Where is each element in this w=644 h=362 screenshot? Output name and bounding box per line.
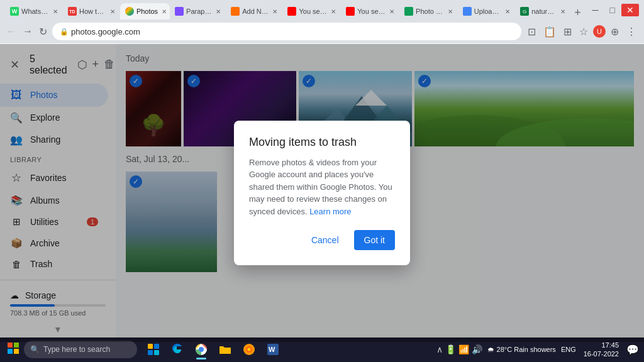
tab-label-photos: Photos (136, 8, 158, 15)
minimize-button[interactable]: ─ (587, 4, 604, 16)
svg-rect-13 (154, 350, 159, 355)
dialog-title: Moving items to trash (249, 136, 395, 149)
tab-close-td[interactable]: ✕ (110, 8, 115, 15)
extensions-icon[interactable]: ⊕ (608, 25, 621, 39)
browser-titlebar: W WhatsA... ✕ TD How to ... ✕ Photos ✕ P… (0, 0, 644, 19)
clock[interactable]: 17:45 16-07-2022 (581, 339, 621, 360)
date-display: 16-07-2022 (584, 349, 619, 358)
windows-logo (8, 343, 19, 354)
edge-icon (170, 343, 184, 356)
tab-label-add: Add Ne... (242, 8, 269, 15)
url-input[interactable]: 🔒 photos.google.com (52, 23, 521, 40)
tab-photoedit[interactable]: Photo E... ✕ (399, 3, 458, 19)
url-text: photos.google.com (71, 27, 140, 36)
taskbar-search-bar[interactable]: 🔍 Type here to search (24, 341, 137, 358)
modal-overlay: Moving items to trash Remove photos & vi… (0, 44, 644, 342)
tab-yt2[interactable]: You sea... ✕ (341, 3, 399, 19)
tab-favicon-nature: G (520, 7, 529, 16)
tab-favicon-add (231, 7, 240, 16)
cancel-button[interactable]: Cancel (301, 230, 349, 250)
tab-bar: W WhatsA... ✕ TD How to ... ✕ Photos ✕ P… (5, 0, 585, 19)
firefox-icon (242, 343, 256, 356)
new-tab-button[interactable]: + (570, 6, 584, 19)
menu-icon[interactable]: ⋮ (624, 25, 639, 39)
tab-favicon-photos (125, 7, 134, 16)
system-tray: ∧ 🔋 📶 🔊 (436, 344, 482, 354)
tab-upload[interactable]: Upload ... ✕ (458, 3, 515, 19)
tab-favicon-photoedit (404, 7, 413, 16)
tab-label-photoedit: Photo E... (416, 8, 444, 15)
dialog-actions: Cancel Got it (249, 230, 395, 250)
tab-label-td: How to ... (79, 8, 106, 15)
maximize-button[interactable]: □ (605, 4, 620, 16)
tab-close-add[interactable]: ✕ (272, 8, 277, 15)
svg-rect-10 (148, 344, 153, 349)
start-button[interactable] (5, 340, 21, 359)
browser-frame: W WhatsA... ✕ TD How to ... ✕ Photos ✕ P… (0, 0, 644, 362)
tab-label-nature: nature ... (531, 8, 557, 15)
tab-label-yt2: You sea... (357, 8, 386, 15)
svg-rect-8 (8, 349, 13, 354)
cast-icon[interactable]: ⊡ (525, 25, 538, 39)
svg-rect-11 (154, 344, 159, 349)
tab-close-yt1[interactable]: ✕ (331, 8, 336, 15)
wifi-icon: 📶 (458, 344, 469, 354)
tab-para[interactable]: Paraph... ✕ (170, 3, 226, 19)
weather-text: 28°C Rain showers (497, 346, 556, 353)
tab-favicon-td: TD (68, 7, 77, 16)
chrome-icon (194, 343, 208, 356)
taskbar-right: ∧ 🔋 📶 🔊 🌧 28°C Rain showers ENG 17:45 16… (436, 339, 639, 360)
language-indicator: ENG (561, 346, 576, 353)
tray-up-arrow[interactable]: ∧ (436, 344, 443, 354)
window-controls: ─ □ ✕ (587, 4, 639, 16)
bookmark-icon[interactable]: ☆ (577, 25, 591, 39)
tab-favicon-upload (463, 7, 472, 16)
tab-yt1[interactable]: You sea... ✕ (282, 3, 341, 19)
tab-close-upload[interactable]: ✕ (505, 8, 510, 15)
tab-nature[interactable]: G nature ... ✕ (515, 3, 570, 19)
tab-favicon-whatsapp: W (10, 7, 19, 16)
tab-favicon-para (175, 7, 184, 16)
back-button[interactable]: ← (5, 25, 18, 38)
folder-icon (218, 343, 232, 356)
svg-rect-7 (14, 343, 19, 348)
tab-add[interactable]: Add Ne... ✕ (226, 3, 282, 19)
screenshot-icon[interactable]: 📋 (541, 25, 558, 39)
tab-search-icon[interactable]: ⊞ (561, 25, 574, 39)
got-it-button[interactable]: Got it (354, 230, 395, 250)
svg-rect-6 (8, 343, 13, 348)
tab-td[interactable]: TD How to ... ✕ (63, 3, 120, 19)
notification-button[interactable]: 💬 (626, 344, 639, 356)
volume-icon[interactable]: 🔊 (472, 344, 482, 354)
tab-close-photoedit[interactable]: ✕ (448, 8, 453, 15)
weather-info: 🌧 28°C Rain showers (487, 346, 556, 353)
svg-rect-9 (14, 349, 19, 354)
tab-close-whatsapp[interactable]: ✕ (53, 8, 58, 15)
tab-label-yt1: You sea... (299, 8, 327, 15)
explorer-icon (147, 343, 160, 356)
tab-label-whatsapp: WhatsA... (21, 8, 49, 15)
trash-dialog: Moving items to trash Remove photos & vi… (234, 121, 410, 266)
forward-button[interactable]: → (21, 25, 34, 38)
tab-close-nature[interactable]: ✕ (560, 8, 565, 15)
tab-whatsapp[interactable]: W WhatsA... ✕ (5, 3, 63, 19)
reload-button[interactable]: ↻ (38, 25, 48, 39)
close-button[interactable]: ✕ (621, 4, 639, 16)
svg-point-15 (199, 347, 204, 352)
lock-icon: 🔒 (60, 28, 69, 36)
taskbar-search-placeholder: Type here to search (43, 345, 110, 354)
tab-photos[interactable]: Photos ✕ (120, 3, 170, 19)
word-icon: W (266, 343, 280, 356)
tab-close-para[interactable]: ✕ (216, 8, 221, 15)
app-area: ✕ 5 selected ⬡ + 🗑 ⋮ 🖼 Photos 🔍 (0, 43, 644, 337)
battery-icon: 🔋 (445, 344, 456, 354)
time-display: 17:45 (584, 341, 619, 349)
tab-close-yt2[interactable]: ✕ (389, 8, 394, 15)
svg-point-18 (248, 348, 251, 351)
tab-close-photos[interactable]: ✕ (162, 8, 167, 15)
profile-icon[interactable]: U (593, 25, 606, 38)
learn-more-link[interactable]: Learn more (309, 207, 351, 216)
tab-label-para: Paraph... (186, 8, 212, 15)
search-magnifier-icon: 🔍 (30, 345, 40, 354)
dialog-body: Remove photos & videos from your Google … (249, 156, 395, 218)
